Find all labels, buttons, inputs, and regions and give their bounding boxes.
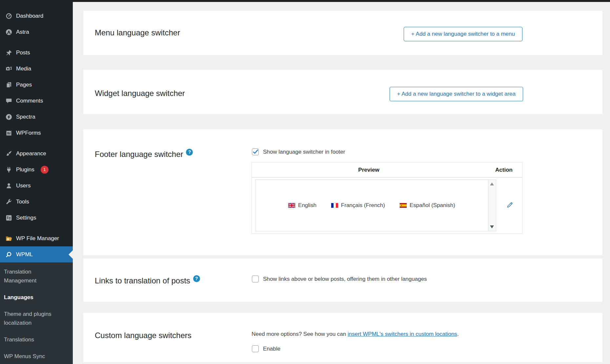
checkbox-label: Show links above or below posts, offerin… bbox=[263, 276, 427, 282]
camera-icon bbox=[6, 66, 12, 72]
france-flag-icon bbox=[331, 203, 338, 208]
wrench-icon bbox=[6, 199, 12, 205]
enable-custom-switchers-checkbox[interactable] bbox=[252, 345, 259, 352]
footer-language-switcher-section: Footer language switcher Show language s… bbox=[83, 129, 602, 255]
custom-language-switchers-section: Custom language switchers Need more opti… bbox=[83, 313, 602, 362]
sidebar-item-spectra[interactable]: Spectra bbox=[0, 109, 73, 125]
sidebar-item-label: Tools bbox=[16, 199, 29, 205]
dashboard-icon bbox=[6, 13, 12, 19]
brush-icon bbox=[6, 150, 12, 157]
custom-locations-link[interactable]: insert WPML's switchers in custom locati… bbox=[348, 331, 457, 337]
section-title: Menu language switcher bbox=[95, 28, 180, 38]
sidebar-item-label: WP File Manager bbox=[16, 235, 59, 242]
show-footer-switcher-checkbox[interactable] bbox=[252, 148, 259, 155]
add-widget-switcher-button[interactable]: + Add a new language switcher to a widge… bbox=[390, 87, 523, 101]
sidebar-item-label: Appearance bbox=[16, 150, 46, 157]
admin-sidebar: Dashboard Astra Posts Media Pages Commen… bbox=[0, 0, 73, 364]
sidebar-item-comments[interactable]: Comments bbox=[0, 93, 73, 109]
sidebar-item-label: Users bbox=[16, 182, 30, 189]
section-title: Links to translation of posts bbox=[95, 276, 190, 285]
footer-switcher-checkbox-row: Show language switcher in footer bbox=[252, 148, 345, 155]
sidebar-item-label: Astra bbox=[16, 29, 29, 35]
sidebar-item-users[interactable]: Users bbox=[0, 178, 73, 194]
submenu-item-translation-management[interactable]: Translation Management bbox=[0, 265, 73, 287]
uk-flag-icon bbox=[288, 203, 295, 208]
help-icon[interactable] bbox=[193, 275, 200, 282]
form-icon bbox=[6, 130, 12, 136]
menu-language-switcher-section: Menu language switcher + Add a new langu… bbox=[83, 11, 602, 55]
admin-menu: Dashboard Astra Posts Media Pages Commen… bbox=[0, 0, 73, 364]
submenu-item-translations[interactable]: Translations bbox=[0, 333, 73, 346]
checkbox-label: Show language switcher in footer bbox=[263, 149, 345, 155]
checkbox-label: Enable bbox=[263, 346, 280, 352]
plugins-update-badge: 1 bbox=[41, 166, 49, 174]
submenu-item-theme-plugins-localization[interactable]: Theme and plugins localization bbox=[0, 308, 73, 329]
section-title: Widget language switcher bbox=[95, 88, 185, 98]
custom-switchers-help-text: Need more options? See how you can inser… bbox=[252, 331, 459, 337]
sidebar-item-label: Spectra bbox=[16, 114, 35, 120]
sidebar-item-label: WPML bbox=[16, 251, 33, 258]
submenu-item-wp-menus-sync[interactable]: WP Menus Sync bbox=[0, 350, 73, 363]
sidebar-item-label: Posts bbox=[16, 49, 30, 56]
sidebar-item-label: WPForms bbox=[16, 130, 41, 136]
sidebar-item-astra[interactable]: Astra bbox=[0, 24, 73, 40]
enable-checkbox-row: Enable bbox=[252, 345, 280, 352]
sidebar-item-label: Media bbox=[16, 66, 31, 72]
sidebar-item-wp-file-manager[interactable]: WP File Manager bbox=[0, 230, 73, 246]
footer-switcher-preview-table: Preview Action English Français (French) bbox=[252, 162, 522, 234]
sidebar-item-pages[interactable]: Pages bbox=[0, 77, 73, 93]
language-label: Español (Spanish) bbox=[410, 202, 455, 209]
admin-bar-edge bbox=[0, 0, 610, 2]
astra-icon bbox=[6, 29, 12, 35]
preview-language-french: Français (French) bbox=[331, 202, 385, 209]
sidebar-item-tools[interactable]: Tools bbox=[0, 194, 73, 210]
plug-icon bbox=[6, 166, 12, 173]
menu-separator bbox=[0, 40, 73, 45]
preview-language-spanish: Español (Spanish) bbox=[400, 202, 455, 209]
sidebar-item-wpml[interactable]: WPML bbox=[0, 246, 73, 262]
wpml-submenu: Translation Management Languages Theme a… bbox=[0, 262, 73, 364]
pin-icon bbox=[6, 49, 12, 56]
scroll-up-arrow-icon[interactable] bbox=[490, 182, 494, 185]
links-checkbox-row: Show links above or below posts, offerin… bbox=[252, 276, 427, 282]
sidebar-item-label: Pages bbox=[16, 82, 32, 88]
sidebar-item-dashboard[interactable]: Dashboard bbox=[0, 8, 73, 24]
sidebar-item-label: Comments bbox=[16, 98, 43, 104]
spectra-icon bbox=[6, 114, 12, 120]
section-title: Footer language switcher bbox=[95, 150, 183, 159]
folder-icon bbox=[6, 235, 12, 242]
comment-icon bbox=[6, 98, 12, 104]
preview-scrollbar[interactable] bbox=[488, 180, 496, 231]
sidebar-item-posts[interactable]: Posts bbox=[0, 45, 73, 61]
language-switcher-preview-box: English Français (French) Español (Spani… bbox=[255, 180, 496, 231]
sidebar-item-label: Settings bbox=[16, 215, 36, 221]
scroll-down-arrow-icon[interactable] bbox=[490, 225, 494, 228]
add-menu-switcher-button[interactable]: + Add a new language switcher to a menu bbox=[404, 27, 522, 41]
user-icon bbox=[6, 182, 12, 189]
language-label: Français (French) bbox=[341, 202, 385, 209]
sidebar-item-label: Dashboard bbox=[16, 13, 43, 19]
language-label: English bbox=[298, 202, 316, 209]
preview-language-english: English bbox=[288, 202, 316, 209]
help-icon[interactable] bbox=[186, 149, 193, 156]
sidebar-item-media[interactable]: Media bbox=[0, 61, 73, 77]
spain-flag-icon bbox=[400, 203, 407, 208]
links-to-translation-section: Links to translation of posts Show links… bbox=[83, 259, 602, 302]
section-title: Custom language switchers bbox=[95, 331, 192, 340]
sidebar-item-label: Plugins bbox=[16, 166, 34, 173]
sliders-icon bbox=[6, 215, 12, 221]
wpml-icon bbox=[6, 251, 12, 258]
sidebar-item-wpforms[interactable]: WPForms bbox=[0, 125, 73, 141]
sidebar-item-plugins[interactable]: Plugins 1 bbox=[0, 162, 73, 178]
sidebar-item-appearance[interactable]: Appearance bbox=[0, 145, 73, 162]
show-links-checkbox[interactable] bbox=[252, 276, 259, 282]
menu-separator bbox=[0, 226, 73, 230]
edit-switcher-button[interactable] bbox=[506, 201, 514, 210]
submenu-item-languages[interactable]: Languages bbox=[0, 291, 73, 304]
action-column-header: Action bbox=[486, 167, 522, 173]
menu-separator bbox=[0, 141, 73, 145]
preview-column-header: Preview bbox=[252, 167, 486, 173]
admin-content: Menu language switcher + Add a new langu… bbox=[73, 2, 610, 364]
widget-language-switcher-section: Widget language switcher + Add a new lan… bbox=[83, 70, 602, 114]
sidebar-item-settings[interactable]: Settings bbox=[0, 210, 73, 226]
